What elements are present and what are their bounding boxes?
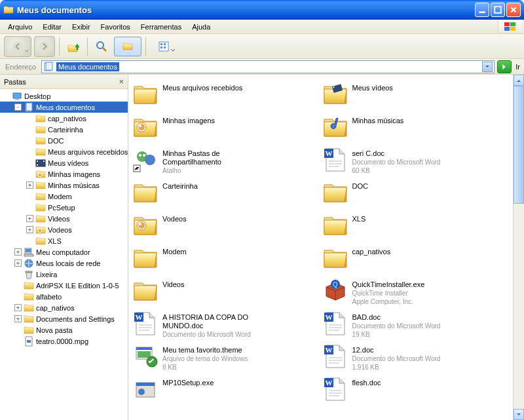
maximize-button[interactable]: [491, 3, 505, 17]
tree-node[interactable]: +Minhas músicas: [0, 180, 128, 191]
file-item[interactable]: XLS: [321, 211, 511, 244]
back-button[interactable]: [4, 36, 31, 57]
file-item[interactable]: MP10Setup.exe: [131, 375, 321, 408]
svg-point-38: [138, 124, 145, 130]
file-item[interactable]: Meu tema favorito.themeArquivo de tema d…: [131, 342, 321, 375]
main-area: Pastas × Desktop-Meus documentoscap_nati…: [0, 75, 524, 420]
file-item[interactable]: Minhas Pastas de CompartilhamentoAtalho: [131, 145, 321, 178]
file-size: Apple Computer, Inc.: [352, 297, 425, 306]
file-item[interactable]: WA HISTORIA DA COPA DO MUNDO.docDocument…: [131, 309, 321, 342]
tree-node[interactable]: -Meus documentos: [0, 102, 128, 113]
tree-twist[interactable]: -: [14, 104, 22, 111]
tree-node[interactable]: DOC: [0, 135, 128, 146]
svg-text:Q: Q: [333, 281, 338, 288]
folders-button[interactable]: [114, 37, 141, 56]
tree-node[interactable]: PcSetup: [0, 202, 128, 213]
folder-tree[interactable]: Desktop-Meus documentoscap_nativosCartei…: [0, 89, 128, 420]
file-item[interactable]: WBAD.docDocumento do Microsoft Word19 KB: [321, 309, 511, 342]
go-button[interactable]: [497, 60, 512, 73]
up-button[interactable]: [64, 37, 83, 56]
tree-twist[interactable]: +: [14, 315, 22, 322]
file-item[interactable]: Wseri C.docDocumento do Microsoft Word60…: [321, 145, 511, 178]
minimize-button[interactable]: [475, 3, 489, 17]
file-icon: [132, 376, 159, 402]
tree-twist[interactable]: +: [14, 259, 22, 267]
search-button[interactable]: [92, 37, 111, 56]
file-item[interactable]: Carteirinha: [131, 178, 321, 211]
tree-label: Desktop: [24, 92, 50, 100]
tree-node[interactable]: alfabeto: [0, 291, 128, 302]
tree-node[interactable]: +cap_nativos: [0, 302, 128, 313]
file-name: Minhas Pastas de Compartilhamento: [162, 149, 267, 166]
scroll-thumb[interactable]: [514, 86, 524, 204]
menu-ferramentas[interactable]: Ferramentas: [136, 22, 187, 32]
svg-rect-34: [27, 340, 31, 343]
tree-label: Meus vídeos: [48, 159, 88, 167]
tree-label: teatro.0000.mpg: [36, 337, 88, 345]
tree-node[interactable]: Carteirinha: [0, 124, 128, 135]
tree-twist[interactable]: +: [26, 215, 33, 222]
menu-exibir[interactable]: Exibir: [67, 22, 96, 32]
menu-bar: Arquivo Editar Exibir Favoritos Ferramen…: [0, 20, 524, 34]
file-item[interactable]: W12.docDocumento do Microsoft Word1.916 …: [321, 342, 511, 375]
folder-icon: [3, 5, 14, 15]
file-name: Meus vídeos: [352, 84, 393, 92]
tree-node[interactable]: Meus vídeos: [0, 157, 128, 168]
file-item[interactable]: Vodeos: [131, 211, 321, 244]
tree-node[interactable]: Lixeira: [0, 269, 128, 280]
scroll-down-button[interactable]: [514, 409, 524, 420]
file-item[interactable]: Meus vídeos: [321, 80, 511, 113]
tree-node[interactable]: Nova pasta: [0, 324, 128, 335]
tree-twist[interactable]: +: [14, 248, 22, 256]
file-item[interactable]: cap_nativos: [321, 244, 511, 277]
tree-node[interactable]: teatro.0000.mpg: [0, 335, 128, 347]
tree-twist[interactable]: +: [14, 304, 22, 311]
file-item[interactable]: Wflesh.doc: [321, 375, 511, 408]
folders-header: Pastas ×: [0, 75, 128, 89]
file-item[interactable]: Minhas imagens: [131, 113, 321, 145]
tree-label: Minhas imagens: [48, 170, 100, 178]
tree-node[interactable]: Desktop: [0, 90, 128, 102]
menu-arquivo[interactable]: Arquivo: [3, 22, 37, 32]
forward-button[interactable]: [34, 36, 55, 57]
tree-node[interactable]: XLS: [0, 235, 128, 246]
menu-ajuda[interactable]: Ajuda: [187, 22, 215, 32]
menu-editar[interactable]: Editar: [37, 22, 67, 32]
file-name: Videos: [162, 280, 184, 289]
tree-node[interactable]: +Vodeos: [0, 224, 128, 235]
tree-node[interactable]: +Documents and Settings: [0, 313, 128, 324]
tree-twist[interactable]: +: [26, 226, 33, 233]
tree-node[interactable]: cap_nativos: [0, 113, 128, 124]
tree-label: Documents and Settings: [36, 315, 115, 323]
file-name: 12.doc: [352, 346, 441, 354]
tree-node[interactable]: +Videos: [0, 213, 128, 224]
file-item[interactable]: Meus arquivos recebidos: [131, 80, 321, 113]
file-name: Modem: [162, 248, 187, 256]
close-button[interactable]: [506, 3, 521, 17]
file-item[interactable]: DOC: [321, 178, 511, 211]
tree-twist[interactable]: +: [26, 181, 33, 189]
scroll-up-button[interactable]: [514, 75, 524, 86]
file-grid[interactable]: Meus arquivos recebidosMeus vídeosMinhas…: [128, 75, 513, 420]
svg-rect-17: [15, 99, 19, 100]
file-size: 19 KB: [352, 330, 441, 339]
svg-rect-10: [160, 43, 162, 45]
tree-node[interactable]: AdriPSX ILE Edition 1-0-5: [0, 280, 128, 291]
tree-node[interactable]: Meus arquivos recebidos: [0, 146, 128, 157]
tree-node[interactable]: +Meus locais de rede: [0, 258, 128, 269]
vertical-scrollbar[interactable]: [513, 75, 524, 420]
svg-rect-15: [46, 62, 52, 70]
address-dropdown[interactable]: [482, 62, 493, 72]
menu-favoritos[interactable]: Favoritos: [96, 22, 136, 32]
file-item[interactable]: Minhas músicas: [321, 113, 511, 145]
tree-node[interactable]: +Meu computador: [0, 246, 128, 258]
tree-label: DOC: [48, 137, 64, 145]
views-button[interactable]: [150, 37, 178, 56]
tree-node[interactable]: Modem: [0, 191, 128, 202]
address-input[interactable]: Meus documentos: [41, 60, 495, 73]
file-item[interactable]: QQuickTimeInstaller.exeQuickTime Install…: [321, 277, 511, 309]
file-item[interactable]: Modem: [131, 244, 321, 277]
close-panel-button[interactable]: ×: [119, 77, 124, 86]
tree-node[interactable]: Minhas imagens: [0, 168, 128, 180]
file-item[interactable]: Videos: [131, 277, 321, 309]
